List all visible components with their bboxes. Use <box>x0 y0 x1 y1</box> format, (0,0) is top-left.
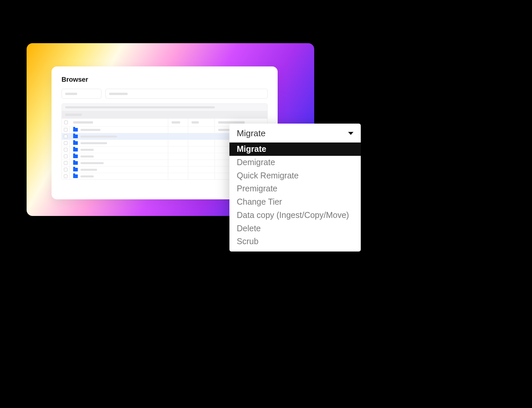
cell-c <box>188 127 215 133</box>
dropdown-selected-label: Migrate <box>237 128 266 139</box>
filter-input-large[interactable] <box>105 89 268 99</box>
dropdown-item[interactable]: Scrub <box>229 235 361 248</box>
cell-c <box>188 160 215 166</box>
dropdown-list: MigrateDemigrateQuick RemigratePremigrat… <box>229 143 361 252</box>
filter-row <box>62 89 268 99</box>
dropdown-toggle[interactable]: Migrate <box>229 124 361 143</box>
cell-name <box>70 140 168 146</box>
row-checkbox[interactable] <box>62 140 70 146</box>
cell-c <box>188 140 215 146</box>
row-checkbox[interactable] <box>62 147 70 153</box>
folder-icon <box>73 141 78 145</box>
cell-c <box>188 166 215 173</box>
cell-b <box>168 147 188 153</box>
cell-name <box>70 173 168 179</box>
row-checkbox[interactable] <box>62 127 70 133</box>
cell-b <box>168 133 188 140</box>
row-checkbox[interactable] <box>62 160 70 166</box>
dropdown-item[interactable]: Premigrate <box>229 182 361 195</box>
cell-c <box>188 173 215 179</box>
table-pathbar <box>62 104 267 111</box>
cell-b <box>168 166 188 173</box>
folder-icon <box>73 168 78 171</box>
cell-c <box>188 153 215 159</box>
folder-icon <box>73 154 78 158</box>
header-checkbox[interactable] <box>62 119 70 126</box>
folder-icon <box>73 161 78 165</box>
action-dropdown: Migrate MigrateDemigrateQuick RemigrateP… <box>229 124 361 252</box>
cell-b <box>168 140 188 146</box>
folder-icon <box>73 128 78 132</box>
panel-title: Browser <box>62 76 268 83</box>
cell-name <box>70 166 168 173</box>
dropdown-item[interactable]: Demigrate <box>229 156 361 169</box>
chevron-down-icon <box>348 132 353 135</box>
column-header-name[interactable] <box>70 119 168 126</box>
row-checkbox[interactable] <box>62 173 70 179</box>
cell-b <box>168 173 188 179</box>
folder-icon <box>73 174 78 178</box>
cell-name <box>70 153 168 159</box>
filter-input-small[interactable] <box>62 89 101 99</box>
table-toolbar <box>62 111 267 118</box>
cell-b <box>168 127 188 133</box>
cell-b <box>168 160 188 166</box>
cell-name <box>70 127 168 133</box>
cell-b <box>168 153 188 159</box>
column-header-b[interactable] <box>168 119 188 126</box>
dropdown-item[interactable]: Data copy (Ingest/Copy/Move) <box>229 209 361 222</box>
row-checkbox[interactable] <box>62 153 70 159</box>
row-checkbox[interactable] <box>62 166 70 173</box>
cell-name <box>70 147 168 153</box>
cell-name <box>70 160 168 166</box>
folder-icon <box>73 148 78 152</box>
dropdown-item[interactable]: Change Tier <box>229 195 361 209</box>
dropdown-item[interactable]: Migrate <box>229 143 361 156</box>
dropdown-item[interactable]: Quick Remigrate <box>229 169 361 182</box>
column-header-c[interactable] <box>188 119 215 126</box>
folder-icon <box>73 135 78 138</box>
dropdown-item[interactable]: Delete <box>229 222 361 235</box>
cell-c <box>188 133 215 140</box>
cell-name <box>70 133 168 140</box>
cell-c <box>188 147 215 153</box>
row-checkbox[interactable] <box>62 133 70 140</box>
